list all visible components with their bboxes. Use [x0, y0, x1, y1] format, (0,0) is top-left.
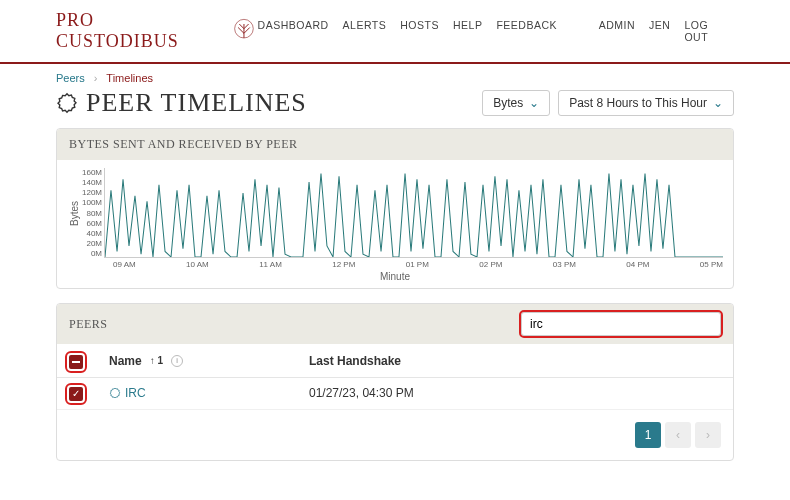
- crumb-current: Timelines: [106, 72, 153, 84]
- nav-alerts[interactable]: ALERTS: [343, 19, 387, 43]
- nav-help[interactable]: HELP: [453, 19, 482, 43]
- row-checkbox[interactable]: ✓: [69, 387, 83, 401]
- brand-logo[interactable]: PRO CUSTODIBUS: [56, 10, 258, 52]
- chart-xticks: 09 AM10 AM11 AM12 PM01 PM02 PM03 PM04 PM…: [113, 260, 723, 269]
- peers-title: PEERS: [69, 317, 108, 332]
- breadcrumb: Peers › Timelines: [0, 64, 790, 88]
- select-all-checkbox[interactable]: [69, 355, 83, 369]
- col-handshake-header[interactable]: Last Handshake: [309, 354, 721, 368]
- nav-hosts[interactable]: HOSTS: [400, 19, 439, 43]
- peer-link[interactable]: IRC: [109, 386, 146, 400]
- chart-xlabel: Minute: [67, 271, 723, 282]
- peers-search-input[interactable]: [521, 312, 721, 336]
- chevron-down-icon: ⌄: [713, 96, 723, 110]
- info-icon[interactable]: i: [171, 355, 183, 367]
- page-title: PEER TIMELINES: [56, 88, 307, 118]
- nav-logout[interactable]: LOG OUT: [684, 19, 734, 43]
- nav-user[interactable]: JEN: [649, 19, 670, 43]
- chart-plot: [104, 168, 723, 258]
- gear-icon: [56, 92, 78, 114]
- sort-indicator: ↑ 1: [150, 355, 163, 366]
- brand-text: PRO CUSTODIBUS: [56, 10, 222, 52]
- metric-dropdown[interactable]: Bytes⌄: [482, 90, 550, 116]
- chart-yticks: 160M140M120M100M80M60M40M20M0M: [82, 168, 104, 258]
- nav-dashboard[interactable]: DASHBOARD: [258, 19, 329, 43]
- nav-admin[interactable]: ADMIN: [599, 19, 635, 43]
- chevron-down-icon: ⌄: [529, 96, 539, 110]
- page-next: ›: [695, 422, 721, 448]
- chart-title: BYTES SENT AND RECEIVED BY PEER: [57, 129, 733, 160]
- table-row: ✓ IRC 01/27/23, 04:30 PM: [57, 378, 733, 410]
- crumb-peers[interactable]: Peers: [56, 72, 85, 84]
- col-name-header[interactable]: Name↑ 1i: [109, 354, 309, 368]
- chevron-right-icon: ›: [94, 72, 98, 84]
- page-1[interactable]: 1: [635, 422, 661, 448]
- nav-feedback[interactable]: FEEDBACK: [496, 19, 557, 43]
- gear-icon: [109, 387, 121, 399]
- chart-ylabel: Bytes: [67, 168, 82, 258]
- page-prev: ‹: [665, 422, 691, 448]
- handshake-value: 01/27/23, 04:30 PM: [309, 386, 721, 400]
- range-dropdown[interactable]: Past 8 Hours to This Hour⌄: [558, 90, 734, 116]
- tree-icon: [230, 17, 258, 45]
